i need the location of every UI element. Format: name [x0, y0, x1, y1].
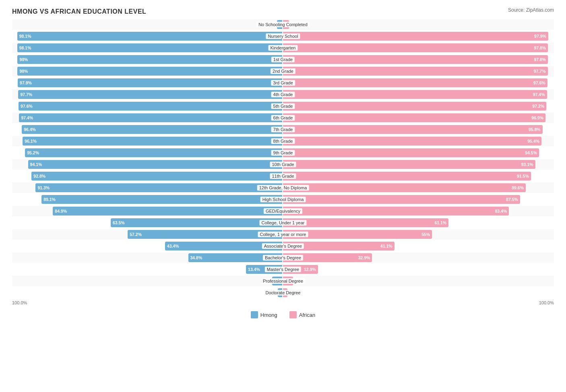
african-value-13: 91.5%: [517, 174, 529, 179]
bar-row-8: 97.4%96.9%6th Grade: [12, 113, 554, 123]
hmong-value-16: 84.9%: [55, 209, 67, 213]
hmong-value-22: 3.7%: [261, 279, 271, 283]
hmong-value-20: 34.8%: [190, 255, 202, 260]
african-value-0: 2.2%: [290, 22, 300, 27]
axis-labels: 100.0% 100.0%: [12, 300, 554, 305]
african-value-12: 93.1%: [521, 162, 533, 167]
bar-row-14: 91.3%89.6%12th Grade, No Diploma: [12, 183, 554, 193]
chart-container: HMONG VS AFRICAN EDUCATION LEVEL Source:…: [0, 0, 566, 343]
hmong-value-7: 97.6%: [21, 104, 33, 109]
bar-row-3: 98%97.8%1st Grade: [12, 54, 554, 65]
hmong-value-21: 13.4%: [248, 267, 260, 272]
bar-row-7: 97.6%97.2%5th Grade: [12, 101, 554, 111]
legend-african: African: [289, 311, 315, 318]
african-value-19: 41.1%: [380, 244, 392, 248]
legend-african-label: African: [299, 312, 315, 318]
hmong-value-8: 97.4%: [21, 115, 33, 120]
african-value-2: 97.8%: [534, 45, 546, 50]
african-color-box: [289, 311, 297, 318]
african-value-16: 83.4%: [495, 209, 507, 213]
african-value-18: 55%: [421, 232, 430, 237]
hmong-value-15: 89.1%: [43, 197, 56, 202]
bar-row-22: 3.7%3.7%Professional Degree: [12, 276, 554, 286]
bar-row-17: 63.5%61.1%College, Under 1 year: [12, 218, 554, 228]
bar-row-15: 89.1%87.5%High School Diploma: [12, 194, 554, 205]
source-label: Source: ZipAtlas.com: [508, 7, 554, 13]
african-value-22: 3.7%: [294, 279, 304, 283]
bar-row-1: 98.1%97.9%Nursery School: [12, 31, 554, 41]
african-value-15: 87.5%: [506, 197, 518, 202]
hmong-value-17: 63.5%: [113, 220, 125, 225]
african-value-1: 97.9%: [534, 34, 546, 39]
african-value-9: 95.8%: [529, 127, 541, 132]
african-value-20: 32.9%: [358, 255, 370, 260]
hmong-value-2: 98.1%: [19, 45, 31, 50]
bar-row-10: 96.1%95.4%8th Grade: [12, 136, 554, 146]
african-value-11: 94.5%: [525, 150, 537, 155]
hmong-value-9: 96.4%: [24, 127, 36, 132]
african-value-17: 61.1%: [434, 220, 446, 225]
hmong-value-23: 1.6%: [267, 290, 277, 295]
bar-row-0: 1.9%2.2%No Schooling Completed: [12, 19, 554, 30]
bar-row-12: 94.1%93.1%10th Grade: [12, 159, 554, 170]
axis-right: 100.0%: [539, 300, 554, 305]
hmong-color-box: [251, 311, 258, 318]
legend-hmong-label: Hmong: [260, 312, 277, 318]
african-value-21: 12.9%: [304, 267, 316, 272]
hmong-value-3: 98%: [19, 57, 28, 62]
hmong-value-19: 43.4%: [167, 244, 179, 248]
african-value-23: 1.6%: [289, 290, 298, 295]
bar-row-13: 92.8%91.5%11th Grade: [12, 171, 554, 181]
chart-title: HMONG VS AFRICAN EDUCATION LEVEL: [12, 8, 554, 15]
african-value-8: 96.9%: [531, 115, 543, 120]
bar-row-9: 96.4%95.8%7th Grade: [12, 124, 554, 135]
bar-row-19: 43.4%41.1%Associate's Degree: [12, 241, 554, 251]
bar-row-4: 98%97.7%2nd Grade: [12, 66, 554, 76]
bar-row-18: 57.2%55%College, 1 year or more: [12, 229, 554, 240]
african-value-3: 97.8%: [534, 57, 546, 62]
axis-left: 100.0%: [12, 300, 27, 305]
hmong-value-0: 1.9%: [266, 22, 276, 27]
hmong-value-4: 98%: [19, 69, 28, 74]
bar-row-6: 97.7%97.4%4th Grade: [12, 89, 554, 100]
african-value-5: 97.6%: [533, 80, 545, 85]
hmong-value-14: 91.3%: [37, 185, 50, 190]
hmong-value-10: 96.1%: [25, 139, 37, 144]
bars-area: 1.9%2.2%No Schooling Completed98.1%97.9%…: [12, 19, 554, 298]
hmong-value-13: 92.8%: [33, 174, 45, 179]
african-value-7: 97.2%: [532, 104, 544, 109]
hmong-value-5: 97.9%: [20, 80, 32, 85]
bar-row-16: 84.9%83.4%GED/Equivalency: [12, 206, 554, 216]
legend-hmong: Hmong: [251, 311, 277, 318]
hmong-value-18: 57.2%: [130, 232, 142, 237]
hmong-value-6: 97.7%: [20, 92, 32, 97]
bar-row-21: 13.4%12.9%Master's Degree: [12, 264, 554, 275]
hmong-value-11: 95.2%: [27, 150, 39, 155]
bar-row-20: 34.8%32.9%Bachelor's Degree: [12, 252, 554, 263]
african-value-4: 97.7%: [534, 69, 546, 74]
african-value-6: 97.4%: [533, 92, 545, 97]
bar-row-2: 98.1%97.8%Kindergarten: [12, 43, 554, 53]
hmong-value-1: 98.1%: [19, 34, 31, 39]
hmong-value-12: 94.1%: [30, 162, 42, 167]
bar-row-5: 97.9%97.6%3rd Grade: [12, 78, 554, 88]
bar-row-11: 95.2%94.5%9th Grade: [12, 148, 554, 158]
african-value-14: 89.6%: [512, 185, 524, 190]
legend: Hmong African: [12, 311, 554, 318]
bar-row-23: 1.6%1.6%Doctorate Degree: [12, 287, 554, 298]
african-value-10: 95.4%: [527, 139, 539, 144]
